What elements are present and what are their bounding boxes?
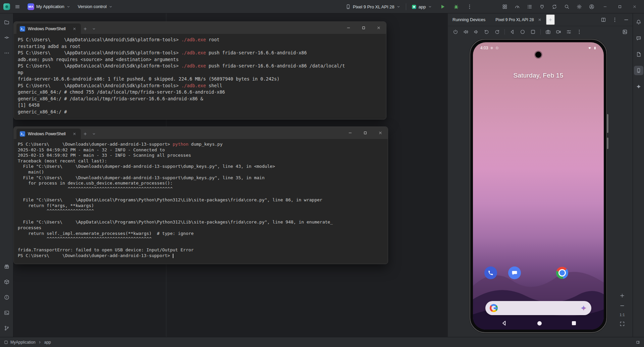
- hide-panel-button[interactable]: [623, 17, 629, 23]
- chrome-app-icon[interactable]: [556, 266, 569, 279]
- device-tab[interactable]: Pixel 9 Pro XL API 28: [492, 13, 546, 26]
- logcat-button[interactable]: [523, 2, 536, 12]
- device-selector[interactable]: Pixel 9 Pro XL API 28: [343, 2, 403, 12]
- volume-down-button[interactable]: [473, 29, 479, 35]
- google-search-bar[interactable]: [485, 301, 591, 315]
- zoom-reset-label[interactable]: 1:1: [620, 313, 625, 317]
- build-tool-button[interactable]: [2, 277, 11, 287]
- breadcrumb-project[interactable]: MyApplication: [10, 340, 36, 345]
- device-settings-button[interactable]: [566, 29, 572, 35]
- panel-options-button[interactable]: [612, 17, 618, 23]
- rotate-right-button[interactable]: [494, 29, 500, 35]
- zoom-in-button[interactable]: [619, 293, 625, 299]
- android-back-button[interactable]: [501, 320, 507, 326]
- problems-tool-button[interactable]: [2, 293, 11, 302]
- status-time: 4:03: [480, 46, 488, 50]
- home-button[interactable]: [520, 29, 526, 35]
- maximize-button[interactable]: [358, 127, 373, 139]
- terminal-tab-title: Windows PowerShell: [28, 27, 69, 31]
- profiler-button[interactable]: [511, 2, 523, 12]
- plugins-button[interactable]: [536, 2, 548, 12]
- terminal-tab[interactable]: Windows PowerShell: [16, 23, 81, 34]
- overview-square-icon: [530, 29, 536, 35]
- screenshot-button[interactable]: [545, 29, 551, 35]
- layout-inspector-button[interactable]: [498, 2, 511, 12]
- chevron-down-icon: [66, 5, 70, 9]
- breadcrumb-module[interactable]: app: [44, 340, 51, 345]
- close-button[interactable]: [371, 22, 386, 34]
- close-icon: [633, 5, 637, 9]
- android-home-button[interactable]: [537, 321, 542, 326]
- notifications-button[interactable]: [634, 17, 643, 27]
- phone-app-icon[interactable]: [484, 266, 497, 279]
- maximize-button[interactable]: [612, 0, 627, 13]
- zoom-out-button[interactable]: [619, 303, 625, 309]
- project-tool-button[interactable]: [2, 17, 11, 27]
- close-button[interactable]: [627, 0, 642, 13]
- screen-record-button[interactable]: [555, 29, 561, 35]
- home-circle-icon: [520, 29, 525, 35]
- terminal-output[interactable]: PS C:\Users\ \Downloads\dumper-add-andro…: [14, 139, 388, 258]
- run-configuration-selector[interactable]: app: [409, 2, 435, 12]
- power-button[interactable]: [452, 29, 459, 35]
- settings-button[interactable]: [573, 2, 585, 12]
- device-explorer-button[interactable]: [634, 50, 643, 59]
- tab-close-icon[interactable]: [71, 26, 77, 32]
- minimize-button[interactable]: [341, 22, 356, 34]
- tab-dropdown-button[interactable]: [90, 129, 98, 139]
- gemini-sparkle-icon[interactable]: [580, 305, 587, 311]
- search-everywhere-button[interactable]: [560, 2, 573, 12]
- minimize-button[interactable]: [342, 127, 358, 139]
- new-tab-button[interactable]: [81, 23, 90, 34]
- video-icon: [556, 29, 561, 35]
- status-bar: MyApplication app: [0, 337, 644, 347]
- powershell-icon: [20, 26, 25, 32]
- version-control-menu[interactable]: Version control: [75, 2, 115, 12]
- new-tab-button[interactable]: [81, 129, 90, 139]
- project-selector[interactable]: MA My Application: [25, 2, 73, 12]
- toolbar-more-button[interactable]: [576, 29, 582, 35]
- tab-close-icon[interactable]: [71, 131, 77, 137]
- overview-button[interactable]: [530, 29, 536, 35]
- debug-bug-icon: [453, 4, 459, 9]
- zoom-fit-button[interactable]: [619, 321, 625, 327]
- terminal-tool-button[interactable]: [2, 308, 11, 317]
- maximize-button[interactable]: [356, 22, 371, 34]
- terminal-titlebar[interactable]: Windows PowerShell: [14, 127, 388, 139]
- split-panel-button[interactable]: [600, 17, 606, 23]
- window-layout-icon[interactable]: [636, 340, 640, 344]
- main-menu-button[interactable]: [12, 2, 23, 12]
- android-overview-button[interactable]: [572, 321, 576, 325]
- minimize-button[interactable]: [598, 0, 612, 13]
- running-devices-button[interactable]: [634, 66, 643, 75]
- terminal-titlebar[interactable]: Windows PowerShell: [14, 22, 386, 34]
- more-tool-windows-button[interactable]: [2, 48, 11, 58]
- run-button[interactable]: [437, 2, 448, 12]
- snapshot-button[interactable]: [622, 29, 628, 35]
- bell-icon: [636, 19, 641, 25]
- gemini-button[interactable]: [634, 82, 643, 91]
- tab-dropdown-button[interactable]: [90, 23, 98, 34]
- add-device-tab-button[interactable]: [546, 14, 555, 25]
- device-toolbar: [448, 26, 633, 38]
- tab-close-icon[interactable]: [537, 17, 543, 23]
- terminal-output[interactable]: PS C:\Users\ \AppData\Local\Android\Sdk\…: [14, 34, 386, 115]
- camera-icon: [545, 29, 551, 35]
- more-actions-button[interactable]: [464, 2, 475, 12]
- back-button[interactable]: [509, 29, 515, 35]
- device-display[interactable]: 4:03 Saturday, Feb 15: [473, 42, 604, 330]
- ai-assistant-button[interactable]: [634, 34, 643, 43]
- version-control-tool-button[interactable]: [2, 324, 11, 333]
- commit-tool-button[interactable]: [2, 33, 11, 42]
- user-avatar[interactable]: [585, 2, 598, 12]
- powershell-window-1: Windows PowerShell PS C:\Users\ \AppData…: [13, 21, 386, 119]
- terminal-tab[interactable]: Windows PowerShell: [16, 129, 81, 139]
- gradle-sync-button[interactable]: [548, 2, 560, 12]
- debug-button[interactable]: [451, 2, 462, 12]
- rotate-left-button[interactable]: [484, 29, 490, 35]
- whats-new-button[interactable]: [2, 262, 11, 271]
- back-icon: [509, 29, 515, 35]
- close-button[interactable]: [373, 127, 388, 139]
- messages-app-icon[interactable]: [508, 266, 521, 279]
- volume-up-button[interactable]: [463, 29, 469, 35]
